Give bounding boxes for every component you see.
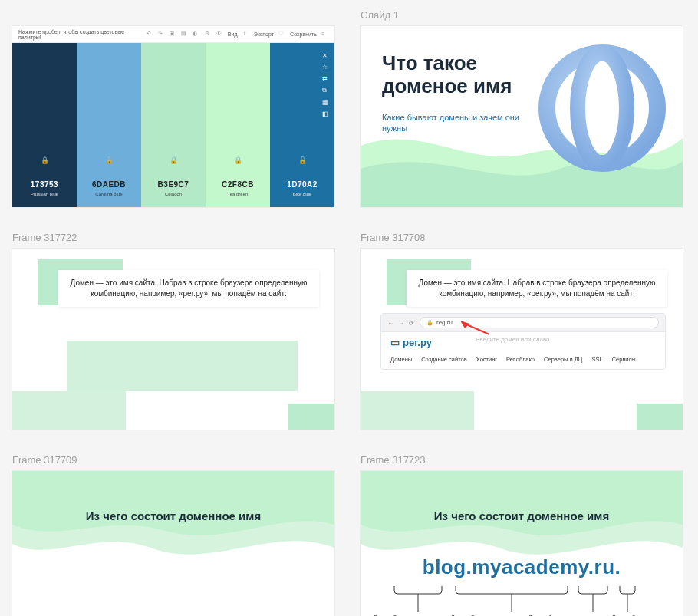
nav-item[interactable]: Сервисы bbox=[612, 356, 636, 363]
redo-icon[interactable]: ↷ bbox=[158, 31, 165, 38]
copy-icon[interactable]: ⧉ bbox=[322, 87, 328, 94]
decor-bar bbox=[67, 341, 298, 391]
col-tools: ✕ ☆ ⇄ ⧉ ▦ ◧ bbox=[322, 52, 328, 117]
domain-example: blog.myacademy.ru. bbox=[361, 555, 683, 579]
site-nav: Домены Создание сайтов Хостинг Рег.облак… bbox=[390, 356, 656, 363]
structure-heading: Из чего состоит доменное имя bbox=[361, 509, 683, 522]
nav-item[interactable]: Домены bbox=[390, 356, 412, 363]
undo-icon[interactable]: ↶ bbox=[147, 31, 153, 38]
definition-text: Домен — это имя сайта. Набрав в строке б… bbox=[407, 270, 667, 307]
frame-cell-palette: Нажмите пробел, чтобы создать цветовые п… bbox=[12, 9, 337, 207]
color-name: Tea green bbox=[228, 192, 249, 196]
lock-icon[interactable]: 🔒 bbox=[170, 156, 178, 164]
hex-code[interactable]: 6DAEDB bbox=[92, 180, 126, 189]
title-line1: Что такое bbox=[382, 51, 477, 74]
adjust-icon[interactable]: ⚙ bbox=[205, 31, 212, 38]
wave-bg bbox=[12, 471, 334, 616]
palette-toolbar: Нажмите пробел, чтобы создать цветовые п… bbox=[12, 26, 334, 43]
folder-icon: ▭ bbox=[390, 337, 400, 348]
palette-columns: 🔒 173753 Prussian blue 🔒 6DAEDB Carolina… bbox=[12, 43, 334, 207]
frame-label bbox=[12, 9, 337, 21]
frame-cell-slide1: Слайд 1 Что такое доменое имя Какие быва… bbox=[361, 9, 686, 207]
slide-title[interactable]: Что такое доменое имя Какие бывают домен… bbox=[361, 26, 683, 207]
menu-icon[interactable]: ≡ bbox=[321, 31, 328, 38]
url-bar[interactable]: 🔒 reg.ru bbox=[420, 317, 659, 328]
decor-bar-right bbox=[288, 404, 334, 430]
color-name: Carolina blue bbox=[95, 192, 122, 196]
hex-code[interactable]: C2F8CB bbox=[222, 180, 254, 189]
site-search-placeholder[interactable]: Введите домен или слово bbox=[476, 336, 550, 343]
slide-definition-empty[interactable]: Домен — это имя сайта. Набрав в строке б… bbox=[12, 249, 334, 430]
slide-structure-empty[interactable]: Из чего состоит доменное имя bbox=[12, 471, 334, 616]
logo-text: рег.ру bbox=[403, 337, 432, 348]
palette-col-2[interactable]: 🔒 B3E9C7 Celadon bbox=[141, 43, 206, 207]
color-name: Prussian blue bbox=[31, 192, 58, 196]
hex-code[interactable]: B3E9C7 bbox=[158, 180, 189, 189]
export-icon[interactable]: ⇪ bbox=[242, 31, 249, 38]
globe-icon bbox=[537, 43, 667, 173]
arrow-annotation-icon bbox=[460, 321, 491, 336]
eye-icon[interactable]: 👁 bbox=[216, 31, 223, 38]
frame-label: Слайд 1 bbox=[361, 9, 686, 21]
palette-col-0[interactable]: 🔒 173753 Prussian blue bbox=[12, 43, 77, 207]
toolbar-view[interactable]: Вид bbox=[228, 31, 238, 37]
shades-icon[interactable]: ◧ bbox=[322, 110, 328, 117]
structure-heading: Из чего состоит доменное имя bbox=[12, 509, 334, 522]
grid-icon[interactable]: ▤ bbox=[181, 31, 188, 38]
domain-brackets bbox=[377, 586, 666, 616]
hex-code[interactable]: 173753 bbox=[31, 180, 58, 189]
frame-cell-317722: Frame 317722 Домен — это имя сайта. Набр… bbox=[12, 232, 337, 430]
url-text: reg.ru bbox=[436, 319, 453, 326]
slide-structure-full[interactable]: Из чего состоит доменное имя blog.myacad… bbox=[361, 471, 683, 616]
lock-icon[interactable]: 🔒 bbox=[41, 156, 49, 164]
svg-line-3 bbox=[465, 324, 489, 334]
decor-bar-left bbox=[361, 391, 474, 430]
camera-icon[interactable]: ▣ bbox=[170, 31, 176, 38]
decor-bar-right bbox=[637, 404, 683, 430]
slide-palette[interactable]: Нажмите пробел, чтобы создать цветовые п… bbox=[12, 26, 334, 207]
grid-icon[interactable]: ▦ bbox=[322, 99, 328, 106]
frame-cell-317723: Frame 317723 Из чего состоит доменное им… bbox=[361, 454, 686, 616]
contrast-icon[interactable]: ◐ bbox=[193, 31, 199, 38]
frame-label: Frame 317723 bbox=[361, 454, 686, 466]
palette-col-4[interactable]: ✕ ☆ ⇄ ⧉ ▦ ◧ 🔓 1D70A2 Bice blue bbox=[270, 43, 334, 207]
back-icon[interactable]: ← bbox=[387, 320, 393, 326]
heart-icon[interactable]: ♡ bbox=[278, 31, 285, 38]
color-name: Bice blue bbox=[293, 192, 312, 196]
close-icon[interactable]: ✕ bbox=[322, 52, 328, 59]
lock-icon[interactable]: 🔒 bbox=[234, 156, 242, 164]
star-icon[interactable]: ☆ bbox=[322, 64, 328, 71]
decor-bar-left bbox=[12, 391, 126, 430]
nav-item[interactable]: Рег.облако bbox=[506, 356, 535, 363]
title-line2: доменое имя bbox=[382, 74, 512, 97]
definition-text: Домен — это имя сайта. Набрав в строке б… bbox=[58, 270, 319, 307]
slide-subtitle: Какие бывают домены и зачем они нужны bbox=[382, 112, 535, 134]
lock-icon[interactable]: 🔒 bbox=[105, 156, 114, 164]
frame-cell-317709: Frame 317709 Из чего состоит доменное им… bbox=[12, 454, 337, 616]
palette-col-3[interactable]: 🔒 C2F8CB Tea green bbox=[206, 43, 270, 207]
move-icon[interactable]: ⇄ bbox=[322, 75, 328, 82]
nav-item[interactable]: SSL bbox=[591, 356, 602, 363]
toolbar-hint: Нажмите пробел, чтобы создать цветовые п… bbox=[18, 29, 137, 40]
browser-toolbar: ← → ⟳ 🔒 reg.ru bbox=[381, 314, 665, 332]
frame-cell-317708: Frame 317708 Домен — это имя сайта. Набр… bbox=[361, 232, 686, 430]
frame-label: Frame 317708 bbox=[361, 232, 686, 244]
nav-item[interactable]: Хостинг bbox=[476, 356, 497, 363]
forward-icon[interactable]: → bbox=[398, 320, 404, 326]
nav-item[interactable]: Создание сайтов bbox=[421, 356, 467, 363]
toolbar-export[interactable]: Экспорт bbox=[254, 31, 274, 37]
reload-icon[interactable]: ⟳ bbox=[409, 320, 415, 326]
lock-open-icon[interactable]: 🔓 bbox=[298, 156, 307, 164]
palette-col-1[interactable]: 🔒 6DAEDB Carolina blue bbox=[77, 43, 141, 207]
slide-title-text: Что такое доменое имя bbox=[382, 52, 512, 98]
svg-marker-4 bbox=[460, 321, 469, 328]
frame-label: Frame 317709 bbox=[12, 454, 337, 466]
hex-code[interactable]: 1D70A2 bbox=[287, 180, 318, 189]
lock-closed-icon: 🔒 bbox=[426, 320, 433, 326]
nav-item[interactable]: Серверы и ДЦ bbox=[544, 356, 582, 363]
color-name: Celadon bbox=[165, 192, 182, 196]
toolbar-save[interactable]: Сохранить bbox=[290, 31, 317, 37]
slide-definition-browser[interactable]: Домен — это имя сайта. Набрав в строке б… bbox=[361, 249, 683, 430]
frame-label: Frame 317722 bbox=[12, 232, 337, 244]
